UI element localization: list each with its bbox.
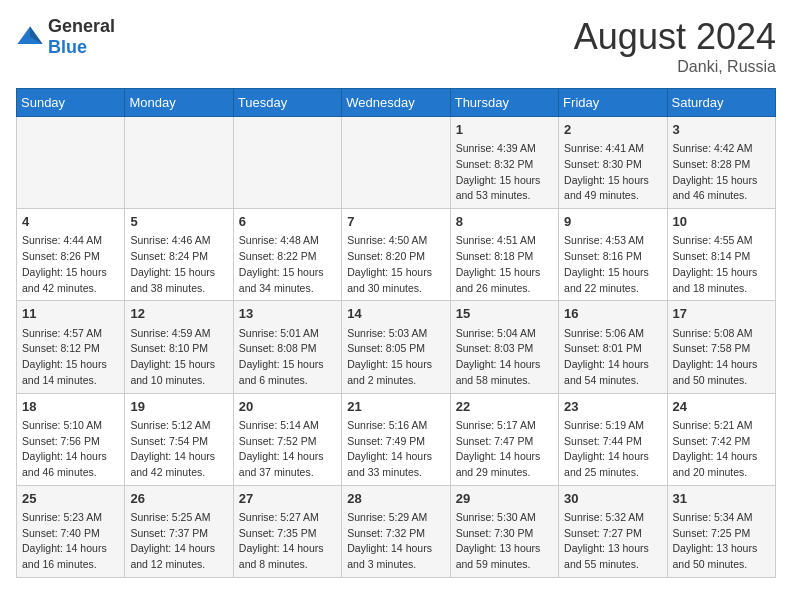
calendar-cell: 18Sunrise: 5:10 AMSunset: 7:56 PMDayligh…	[17, 393, 125, 485]
calendar-cell	[17, 117, 125, 209]
calendar-cell: 5Sunrise: 4:46 AMSunset: 8:24 PMDaylight…	[125, 209, 233, 301]
day-number: 19	[130, 398, 227, 416]
day-info: Sunrise: 4:41 AMSunset: 8:30 PMDaylight:…	[564, 141, 661, 204]
calendar-cell: 19Sunrise: 5:12 AMSunset: 7:54 PMDayligh…	[125, 393, 233, 485]
day-number: 13	[239, 305, 336, 323]
day-number: 2	[564, 121, 661, 139]
day-info: Sunrise: 5:30 AMSunset: 7:30 PMDaylight:…	[456, 510, 553, 573]
title-block: August 2024 Danki, Russia	[574, 16, 776, 76]
calendar-day-header: Thursday	[450, 89, 558, 117]
location: Danki, Russia	[574, 58, 776, 76]
calendar-cell: 13Sunrise: 5:01 AMSunset: 8:08 PMDayligh…	[233, 301, 341, 393]
day-info: Sunrise: 5:16 AMSunset: 7:49 PMDaylight:…	[347, 418, 444, 481]
page-header: General Blue August 2024 Danki, Russia	[16, 16, 776, 76]
day-number: 31	[673, 490, 770, 508]
day-info: Sunrise: 4:50 AMSunset: 8:20 PMDaylight:…	[347, 233, 444, 296]
day-number: 14	[347, 305, 444, 323]
day-info: Sunrise: 5:27 AMSunset: 7:35 PMDaylight:…	[239, 510, 336, 573]
day-number: 18	[22, 398, 119, 416]
day-info: Sunrise: 5:12 AMSunset: 7:54 PMDaylight:…	[130, 418, 227, 481]
calendar-cell: 30Sunrise: 5:32 AMSunset: 7:27 PMDayligh…	[559, 485, 667, 577]
day-info: Sunrise: 5:01 AMSunset: 8:08 PMDaylight:…	[239, 326, 336, 389]
calendar-cell: 29Sunrise: 5:30 AMSunset: 7:30 PMDayligh…	[450, 485, 558, 577]
day-number: 20	[239, 398, 336, 416]
day-number: 4	[22, 213, 119, 231]
day-info: Sunrise: 5:25 AMSunset: 7:37 PMDaylight:…	[130, 510, 227, 573]
day-info: Sunrise: 4:48 AMSunset: 8:22 PMDaylight:…	[239, 233, 336, 296]
calendar-cell: 4Sunrise: 4:44 AMSunset: 8:26 PMDaylight…	[17, 209, 125, 301]
day-info: Sunrise: 4:44 AMSunset: 8:26 PMDaylight:…	[22, 233, 119, 296]
day-number: 6	[239, 213, 336, 231]
day-info: Sunrise: 5:14 AMSunset: 7:52 PMDaylight:…	[239, 418, 336, 481]
day-info: Sunrise: 5:10 AMSunset: 7:56 PMDaylight:…	[22, 418, 119, 481]
calendar-day-header: Wednesday	[342, 89, 450, 117]
calendar-day-header: Sunday	[17, 89, 125, 117]
calendar-cell: 3Sunrise: 4:42 AMSunset: 8:28 PMDaylight…	[667, 117, 775, 209]
calendar-cell: 1Sunrise: 4:39 AMSunset: 8:32 PMDaylight…	[450, 117, 558, 209]
day-number: 24	[673, 398, 770, 416]
day-info: Sunrise: 5:29 AMSunset: 7:32 PMDaylight:…	[347, 510, 444, 573]
calendar-day-header: Tuesday	[233, 89, 341, 117]
day-number: 30	[564, 490, 661, 508]
day-number: 3	[673, 121, 770, 139]
day-number: 1	[456, 121, 553, 139]
day-info: Sunrise: 4:51 AMSunset: 8:18 PMDaylight:…	[456, 233, 553, 296]
calendar-cell: 14Sunrise: 5:03 AMSunset: 8:05 PMDayligh…	[342, 301, 450, 393]
calendar-cell: 24Sunrise: 5:21 AMSunset: 7:42 PMDayligh…	[667, 393, 775, 485]
day-info: Sunrise: 5:06 AMSunset: 8:01 PMDaylight:…	[564, 326, 661, 389]
day-info: Sunrise: 4:42 AMSunset: 8:28 PMDaylight:…	[673, 141, 770, 204]
calendar-cell: 25Sunrise: 5:23 AMSunset: 7:40 PMDayligh…	[17, 485, 125, 577]
calendar-cell: 15Sunrise: 5:04 AMSunset: 8:03 PMDayligh…	[450, 301, 558, 393]
day-number: 10	[673, 213, 770, 231]
calendar-cell	[342, 117, 450, 209]
calendar-table: SundayMondayTuesdayWednesdayThursdayFrid…	[16, 88, 776, 578]
calendar-header-row: SundayMondayTuesdayWednesdayThursdayFrid…	[17, 89, 776, 117]
day-number: 23	[564, 398, 661, 416]
day-number: 8	[456, 213, 553, 231]
calendar-week-row: 1Sunrise: 4:39 AMSunset: 8:32 PMDaylight…	[17, 117, 776, 209]
calendar-cell: 12Sunrise: 4:59 AMSunset: 8:10 PMDayligh…	[125, 301, 233, 393]
calendar-cell: 27Sunrise: 5:27 AMSunset: 7:35 PMDayligh…	[233, 485, 341, 577]
calendar-cell	[233, 117, 341, 209]
day-number: 12	[130, 305, 227, 323]
day-info: Sunrise: 5:08 AMSunset: 7:58 PMDaylight:…	[673, 326, 770, 389]
day-number: 26	[130, 490, 227, 508]
day-number: 9	[564, 213, 661, 231]
calendar-cell: 9Sunrise: 4:53 AMSunset: 8:16 PMDaylight…	[559, 209, 667, 301]
day-info: Sunrise: 4:46 AMSunset: 8:24 PMDaylight:…	[130, 233, 227, 296]
day-number: 21	[347, 398, 444, 416]
day-info: Sunrise: 4:57 AMSunset: 8:12 PMDaylight:…	[22, 326, 119, 389]
calendar-cell: 20Sunrise: 5:14 AMSunset: 7:52 PMDayligh…	[233, 393, 341, 485]
day-info: Sunrise: 5:21 AMSunset: 7:42 PMDaylight:…	[673, 418, 770, 481]
calendar-cell: 16Sunrise: 5:06 AMSunset: 8:01 PMDayligh…	[559, 301, 667, 393]
day-info: Sunrise: 5:04 AMSunset: 8:03 PMDaylight:…	[456, 326, 553, 389]
day-info: Sunrise: 4:59 AMSunset: 8:10 PMDaylight:…	[130, 326, 227, 389]
day-number: 15	[456, 305, 553, 323]
logo-text: General Blue	[48, 16, 115, 58]
day-number: 27	[239, 490, 336, 508]
calendar-cell: 17Sunrise: 5:08 AMSunset: 7:58 PMDayligh…	[667, 301, 775, 393]
day-info: Sunrise: 5:32 AMSunset: 7:27 PMDaylight:…	[564, 510, 661, 573]
day-info: Sunrise: 5:17 AMSunset: 7:47 PMDaylight:…	[456, 418, 553, 481]
day-info: Sunrise: 5:19 AMSunset: 7:44 PMDaylight:…	[564, 418, 661, 481]
day-info: Sunrise: 4:55 AMSunset: 8:14 PMDaylight:…	[673, 233, 770, 296]
day-info: Sunrise: 5:03 AMSunset: 8:05 PMDaylight:…	[347, 326, 444, 389]
day-number: 7	[347, 213, 444, 231]
calendar-cell: 26Sunrise: 5:25 AMSunset: 7:37 PMDayligh…	[125, 485, 233, 577]
day-number: 5	[130, 213, 227, 231]
calendar-cell	[125, 117, 233, 209]
day-number: 11	[22, 305, 119, 323]
calendar-week-row: 18Sunrise: 5:10 AMSunset: 7:56 PMDayligh…	[17, 393, 776, 485]
day-number: 17	[673, 305, 770, 323]
day-info: Sunrise: 4:53 AMSunset: 8:16 PMDaylight:…	[564, 233, 661, 296]
calendar-cell: 28Sunrise: 5:29 AMSunset: 7:32 PMDayligh…	[342, 485, 450, 577]
calendar-cell: 11Sunrise: 4:57 AMSunset: 8:12 PMDayligh…	[17, 301, 125, 393]
day-info: Sunrise: 4:39 AMSunset: 8:32 PMDaylight:…	[456, 141, 553, 204]
calendar-week-row: 11Sunrise: 4:57 AMSunset: 8:12 PMDayligh…	[17, 301, 776, 393]
day-number: 22	[456, 398, 553, 416]
calendar-cell: 2Sunrise: 4:41 AMSunset: 8:30 PMDaylight…	[559, 117, 667, 209]
logo: General Blue	[16, 16, 115, 58]
day-info: Sunrise: 5:23 AMSunset: 7:40 PMDaylight:…	[22, 510, 119, 573]
month-title: August 2024	[574, 16, 776, 58]
calendar-day-header: Monday	[125, 89, 233, 117]
